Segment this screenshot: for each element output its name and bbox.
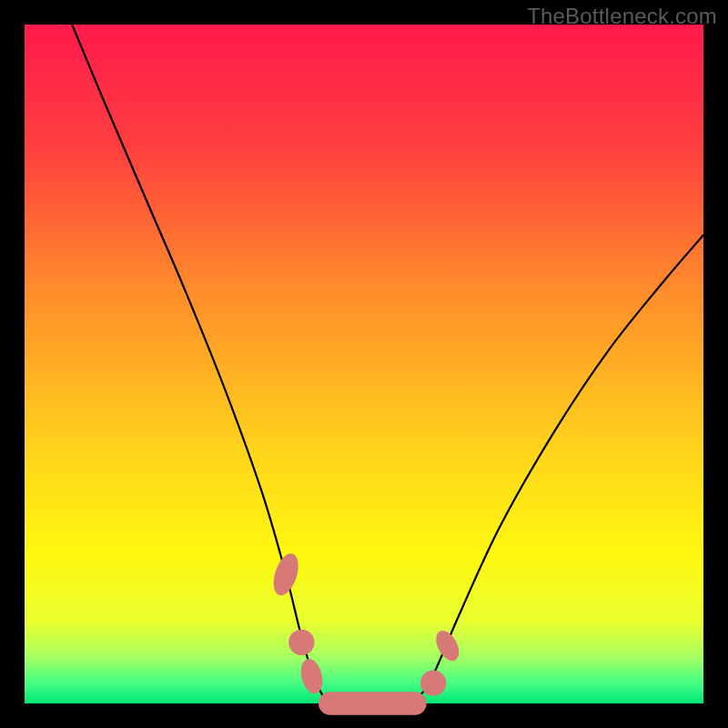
data-marker [431, 627, 463, 664]
chart-frame: TheBottleneck.com [0, 0, 728, 728]
watermark-text: TheBottleneck.com [527, 4, 717, 29]
bottleneck-curve [72, 25, 703, 705]
data-marker [420, 670, 446, 695]
chart-svg-layer [25, 25, 703, 703]
data-marker [298, 657, 326, 696]
data-marker [288, 630, 314, 655]
data-marker [268, 551, 302, 599]
data-marker [318, 692, 427, 714]
data-markers [268, 551, 463, 715]
